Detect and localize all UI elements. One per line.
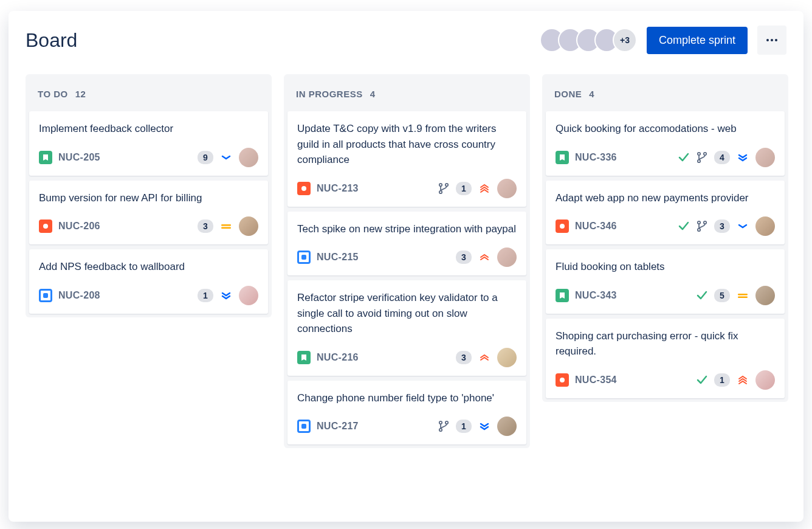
svg-point-4	[439, 183, 442, 185]
issue-card[interactable]: Shoping cart purchasing error - quick fi…	[546, 319, 785, 398]
svg-point-7	[439, 421, 442, 424]
svg-rect-18	[738, 296, 748, 298]
assignee-avatar[interactable]	[239, 286, 258, 305]
column-header: IN PROGRESS4	[287, 79, 526, 111]
column-name: IN PROGRESS	[296, 89, 363, 99]
branch-icon	[696, 151, 708, 164]
issue-card[interactable]: Refactor stripe verification key validat…	[287, 280, 526, 376]
assignee-avatar[interactable]	[497, 247, 517, 267]
assignee-avatar[interactable]	[497, 417, 517, 436]
bug-type-icon	[300, 185, 308, 192]
issue-summary: Refactor stripe verification key validat…	[297, 290, 517, 337]
issue-key[interactable]: NUC-216	[317, 352, 359, 363]
assignee-avatar[interactable]	[497, 179, 517, 198]
assignee-avatar[interactable]	[239, 148, 258, 167]
issue-meta: NUC-346 3	[556, 216, 775, 236]
issue-summary: Add NPS feedback to wallboard	[39, 259, 258, 275]
issue-summary: Implement feedback collector	[39, 121, 258, 137]
board-columns: TO DO12Implement feedback collector NUC-…	[26, 74, 786, 448]
issue-key[interactable]: NUC-354	[575, 375, 617, 386]
issue-type-icon	[556, 373, 569, 387]
issue-key[interactable]: NUC-343	[575, 290, 617, 301]
story-points-badge: 3	[714, 220, 730, 233]
issue-card[interactable]: Fluid booking on tablets NUC-343 5	[546, 249, 785, 314]
priority-low-icon	[220, 151, 232, 164]
assignee-avatar[interactable]	[755, 370, 775, 390]
issue-meta: NUC-2153	[297, 247, 517, 267]
story-points-badge: 3	[198, 220, 213, 233]
priority-icon	[478, 251, 491, 264]
issue-card[interactable]: Quick booking for accomodations - web NU…	[546, 111, 785, 176]
column-name: DONE	[554, 89, 582, 99]
issue-type-icon	[556, 151, 569, 164]
done-indicator-icon	[696, 374, 708, 386]
issue-card[interactable]: Implement feedback collector NUC-2059	[29, 111, 268, 176]
issue-card[interactable]: Update T&C copy with v1.9 from the write…	[287, 111, 526, 207]
priority-highest-icon	[737, 374, 749, 386]
svg-rect-1	[221, 224, 231, 226]
story-type-icon	[559, 292, 566, 299]
story-type-icon	[42, 154, 49, 161]
complete-sprint-button[interactable]: Complete sprint	[647, 27, 748, 54]
issue-key[interactable]: NUC-208	[58, 290, 100, 301]
done-check-icon	[696, 374, 708, 386]
issue-meta: NUC-2081	[39, 286, 258, 305]
svg-point-10	[698, 152, 700, 154]
assignee-avatar[interactable]	[755, 286, 775, 305]
assignee-avatar[interactable]	[755, 216, 775, 236]
branch-indicator-icon[interactable]	[438, 182, 450, 195]
issue-card[interactable]: Adapt web app no new payments provider N…	[546, 181, 785, 245]
assignee-avatar[interactable]	[497, 348, 517, 367]
assignee-avatar[interactable]	[755, 148, 775, 167]
svg-point-16	[698, 229, 700, 231]
issue-key[interactable]: NUC-217	[317, 421, 359, 432]
priority-lowest-icon	[737, 151, 749, 164]
issue-key[interactable]: NUC-205	[58, 152, 100, 163]
issue-key[interactable]: NUC-213	[317, 183, 359, 194]
issue-type-icon	[297, 251, 311, 264]
branch-indicator-icon[interactable]	[696, 220, 708, 232]
column-header: TO DO12	[29, 79, 268, 111]
column-count: 4	[589, 89, 594, 99]
more-actions-button[interactable]	[757, 26, 786, 55]
issue-key[interactable]: NUC-336	[575, 152, 617, 163]
story-points-badge: 3	[456, 251, 472, 264]
svg-point-13	[560, 224, 565, 229]
issue-meta: NUC-354 1	[556, 370, 775, 390]
issue-key[interactable]: NUC-346	[575, 221, 617, 232]
issue-meta: NUC-2063	[39, 216, 258, 236]
issue-meta: NUC-213 1	[297, 179, 517, 198]
column-cards: Update T&C copy with v1.9 from the write…	[287, 111, 526, 444]
board-column: IN PROGRESS4Update T&C copy with v1.9 fr…	[284, 74, 530, 448]
done-indicator-icon	[696, 289, 708, 302]
assignee-avatar[interactable]	[239, 216, 258, 236]
priority-icon	[736, 373, 749, 387]
priority-lowest-icon	[478, 420, 490, 432]
bug-type-icon	[42, 223, 49, 230]
issue-meta: NUC-336 4	[556, 148, 775, 167]
svg-point-3	[301, 186, 306, 191]
issue-card[interactable]: Add NPS feedback to wallboardNUC-2081	[29, 249, 268, 314]
member-overflow[interactable]: +3	[613, 28, 637, 52]
header-right: +3 Complete sprint	[540, 26, 786, 55]
column-count: 12	[75, 89, 86, 99]
issue-type-icon	[297, 351, 311, 364]
issue-type-icon	[556, 289, 569, 302]
issue-type-icon	[39, 220, 52, 233]
branch-icon	[438, 182, 450, 195]
issue-key[interactable]: NUC-206	[58, 221, 100, 232]
branch-indicator-icon[interactable]	[438, 420, 450, 432]
priority-icon	[478, 182, 491, 195]
column-cards: Quick booking for accomodations - web NU…	[546, 111, 785, 398]
priority-icon	[478, 420, 491, 433]
issue-key[interactable]: NUC-215	[317, 252, 359, 263]
svg-point-6	[439, 190, 442, 193]
issue-card[interactable]: Change phone number field type to 'phone…	[287, 381, 526, 445]
issue-card[interactable]: Bump version for new API for billing NUC…	[29, 181, 268, 245]
issue-card[interactable]: Tech spike on new stripe integration wit…	[287, 212, 526, 276]
issue-type-icon	[297, 182, 311, 195]
issue-meta: NUC-2059	[39, 148, 258, 167]
branch-indicator-icon[interactable]	[696, 151, 708, 164]
story-points-badge: 1	[198, 289, 213, 302]
bug-type-icon	[559, 223, 566, 230]
